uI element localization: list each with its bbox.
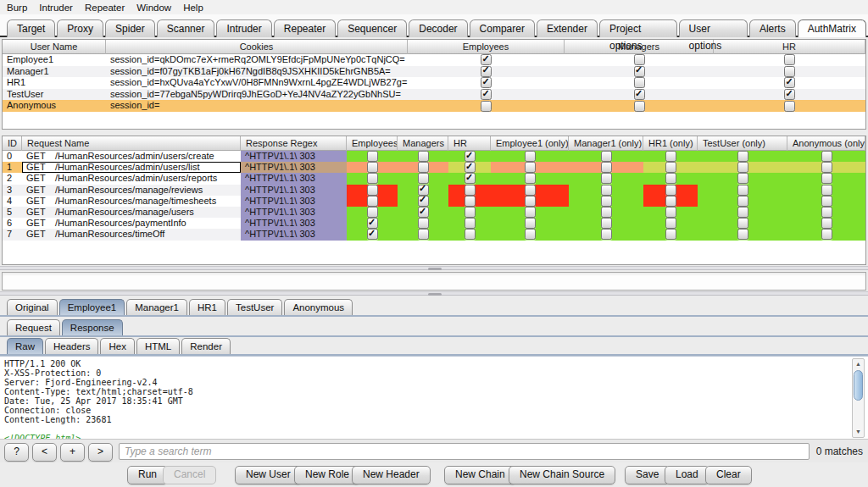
request-row-1[interactable]: 1GET/HumanResources/admin/users/list^HTT… <box>3 162 865 173</box>
checkbox-checked[interactable] <box>481 89 492 100</box>
new-header-button[interactable]: New Header <box>352 466 431 484</box>
checkbox-unchecked[interactable] <box>665 218 676 229</box>
tab-scanner[interactable]: Scanner <box>157 19 215 37</box>
column-header-id[interactable]: ID <box>3 136 22 151</box>
run-button[interactable]: Run <box>127 466 168 484</box>
checkbox-unchecked[interactable] <box>821 196 832 207</box>
user-row-testuser[interactable]: TestUsersession_id=77ebgaN5pyWDrirq9JhEG… <box>3 89 865 101</box>
checkbox-unchecked[interactable] <box>665 162 676 173</box>
checkbox-unchecked[interactable] <box>418 162 429 173</box>
checkbox-checked[interactable] <box>367 218 378 229</box>
menu-burp[interactable]: Burp <box>7 3 27 13</box>
tab-view-raw[interactable]: Raw <box>7 338 43 354</box>
checkbox-unchecked[interactable] <box>601 162 612 173</box>
request-row-4[interactable]: 4GET/HumanResources/manage/timesheets^HT… <box>3 196 865 207</box>
checkbox-unchecked[interactable] <box>367 151 378 162</box>
checkbox-unchecked[interactable] <box>821 185 832 196</box>
tab-user-anonymous[interactable]: Anonymous <box>284 299 353 315</box>
checkbox-unchecked[interactable] <box>634 54 645 65</box>
column-header-hr1-only[interactable]: HR1 (only) <box>643 136 698 151</box>
tab-view-html[interactable]: HTML <box>136 338 180 354</box>
tab-proxy[interactable]: Proxy <box>57 19 103 37</box>
checkbox-unchecked[interactable] <box>665 173 676 184</box>
request-name-cell[interactable]: GET/HumanResources/admin/users/list <box>22 162 241 173</box>
tab-view-render[interactable]: Render <box>181 338 231 354</box>
user-row-employee1[interactable]: Employee1session_id=qkDOmc7eX+rmeRq2OMLY… <box>3 54 865 66</box>
checkbox-unchecked[interactable] <box>601 218 612 229</box>
column-header-request-name[interactable]: Request Name <box>22 136 241 151</box>
checkbox-unchecked[interactable] <box>367 196 378 207</box>
checkbox-checked[interactable] <box>465 173 476 184</box>
checkbox-unchecked[interactable] <box>634 77 645 88</box>
vertical-scrollbar[interactable]: ▲ ▼ <box>852 358 865 438</box>
checkbox-unchecked[interactable] <box>784 54 795 65</box>
tab-user-original[interactable]: Original <box>7 299 58 315</box>
column-header-employee1-only[interactable]: Employee1 (only) <box>491 136 569 151</box>
response-text[interactable]: HTTP/1.1 200 OKX-XSS-Protection: 0Server… <box>4 359 849 439</box>
split-divider-bottom[interactable] <box>0 291 868 296</box>
checkbox-unchecked[interactable] <box>737 207 748 218</box>
menu-intruder[interactable]: Intruder <box>39 3 73 13</box>
checkbox-checked[interactable] <box>418 185 429 196</box>
checkbox-unchecked[interactable] <box>601 151 612 162</box>
checkbox-unchecked[interactable] <box>525 185 536 196</box>
checkbox-unchecked[interactable] <box>418 218 429 229</box>
tab-extender[interactable]: Extender <box>537 19 598 37</box>
tab-authmatrix[interactable]: AuthMatrix <box>798 19 866 37</box>
tab-decoder[interactable]: Decoder <box>409 19 467 37</box>
checkbox-unchecked[interactable] <box>601 207 612 218</box>
user-row-hr1[interactable]: HR1session_id=hxQUva4aYcYxwV/0H8FMNn9Wxr… <box>3 77 865 89</box>
checkbox-unchecked[interactable] <box>418 151 429 162</box>
checkbox-unchecked[interactable] <box>525 196 536 207</box>
checkbox-unchecked[interactable] <box>821 162 832 173</box>
checkbox-unchecked[interactable] <box>418 229 429 240</box>
checkbox-unchecked[interactable] <box>367 207 378 218</box>
tab-view-hex[interactable]: Hex <box>100 338 134 354</box>
checkbox-unchecked[interactable] <box>367 162 378 173</box>
save-button[interactable]: Save <box>625 466 670 484</box>
checkbox-checked[interactable] <box>634 66 645 77</box>
checkbox-unchecked[interactable] <box>821 173 832 184</box>
checkbox-unchecked[interactable] <box>465 229 476 240</box>
tab-target[interactable]: Target <box>7 19 55 37</box>
split-divider-top[interactable] <box>0 266 868 270</box>
checkbox-unchecked[interactable] <box>525 173 536 184</box>
search-nav-prev[interactable]: < <box>32 443 57 462</box>
column-header-testuser-only[interactable]: TestUser (only) <box>698 136 787 151</box>
checkbox-unchecked[interactable] <box>784 101 795 112</box>
search-nav-add[interactable]: + <box>60 443 85 462</box>
tab-repeater[interactable]: Repeater <box>274 19 336 37</box>
checkbox-checked[interactable] <box>465 151 476 162</box>
tab-user-employee1[interactable]: Employee1 <box>59 299 125 315</box>
tab-user-testuser[interactable]: TestUser <box>227 299 282 315</box>
menu-window[interactable]: Window <box>136 3 171 13</box>
checkbox-unchecked[interactable] <box>525 151 536 162</box>
tab-intruder[interactable]: Intruder <box>216 19 271 37</box>
tab-comparer[interactable]: Comparer <box>470 19 535 37</box>
scroll-down-icon[interactable]: ▼ <box>853 427 864 437</box>
user-row-manager1[interactable]: Manager1session_id=f07gyTKB1aFj0kH67NgdI… <box>3 66 865 78</box>
column-header-managers[interactable]: Managers <box>398 136 448 151</box>
checkbox-unchecked[interactable] <box>418 173 429 184</box>
checkbox-unchecked[interactable] <box>525 229 536 240</box>
checkbox-checked[interactable] <box>367 229 378 240</box>
checkbox-unchecked[interactable] <box>737 151 748 162</box>
tab-user-options[interactable]: User options <box>679 19 748 37</box>
checkbox-unchecked[interactable] <box>465 218 476 229</box>
new-chain-source-button[interactable]: New Chain Source <box>509 466 615 484</box>
request-row-0[interactable]: 0GET/HumanResources/admin/users/create^H… <box>3 151 865 162</box>
tab-message-response[interactable]: Response <box>62 319 123 335</box>
checkbox-unchecked[interactable] <box>737 162 748 173</box>
new-chain-button[interactable]: New Chain <box>444 466 516 484</box>
load-button[interactable]: Load <box>665 466 709 484</box>
checkbox-unchecked[interactable] <box>367 185 378 196</box>
new-role-button[interactable]: New Role <box>294 466 360 484</box>
checkbox-checked[interactable] <box>481 66 492 77</box>
checkbox-unchecked[interactable] <box>601 196 612 207</box>
checkbox-checked[interactable] <box>481 54 492 65</box>
checkbox-unchecked[interactable] <box>737 229 748 240</box>
column-header-hr[interactable]: HR <box>448 136 491 151</box>
checkbox-unchecked[interactable] <box>665 229 676 240</box>
checkbox-checked[interactable] <box>634 89 645 100</box>
checkbox-unchecked[interactable] <box>367 173 378 184</box>
